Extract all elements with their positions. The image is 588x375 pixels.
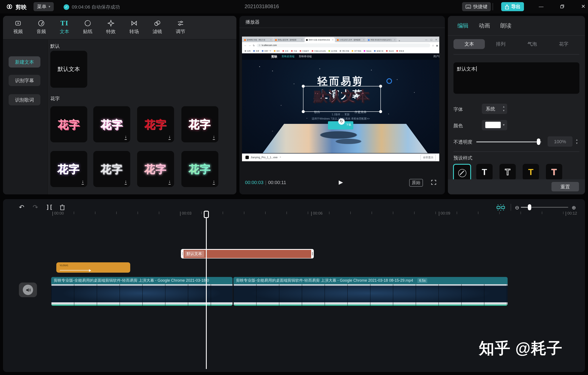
huazi-tile-5[interactable]: 花字 ↓ bbox=[50, 151, 87, 187]
resize-handle-br[interactable] bbox=[379, 110, 382, 113]
tab-filter[interactable]: 滤镜 bbox=[146, 16, 169, 39]
playhead-line[interactable] bbox=[206, 211, 207, 369]
sidebar-item-recognize-subtitles[interactable]: 识别字幕 bbox=[9, 75, 40, 86]
color-picker[interactable]: ▾ bbox=[482, 120, 507, 130]
split-button[interactable]: ][ bbox=[46, 204, 53, 211]
divider bbox=[453, 151, 579, 152]
audio-clip[interactable]: VLOG#1 bbox=[56, 262, 130, 273]
browser-tab: 求助-导出照片出现无法写入✕ bbox=[367, 37, 397, 42]
download-icon: ↓ bbox=[213, 179, 215, 184]
shortcut-label: 快捷键 bbox=[473, 3, 487, 10]
tab-video[interactable]: 视频 bbox=[6, 16, 30, 39]
tab-text[interactable]: TI 文本 bbox=[53, 16, 76, 39]
tab-edit[interactable]: 编辑 bbox=[457, 22, 469, 30]
timeline-zoom-thumb[interactable] bbox=[528, 204, 531, 210]
preset-outline[interactable]: T bbox=[499, 164, 516, 180]
menu-button[interactable]: 菜单 ▾ bbox=[33, 2, 54, 11]
delete-button[interactable] bbox=[59, 204, 65, 211]
subtab-text[interactable]: 文本 bbox=[453, 39, 485, 49]
subtab-arrange[interactable]: 排列 bbox=[485, 39, 517, 49]
minimize-button[interactable]: — bbox=[536, 2, 546, 11]
huazi-tile-4[interactable]: 花字 ↓ bbox=[181, 106, 218, 142]
resize-handle-tl[interactable] bbox=[302, 85, 305, 88]
snap-toggle[interactable] bbox=[496, 204, 505, 211]
current-time: 00:00:03 bbox=[245, 180, 263, 185]
close-button[interactable]: ✕ bbox=[578, 2, 588, 11]
zoom-in-button[interactable]: ⊕ bbox=[572, 205, 576, 211]
preset-pink[interactable]: T bbox=[546, 164, 562, 180]
restore-button[interactable] bbox=[557, 2, 567, 11]
duration-badge: 6.5s bbox=[417, 278, 427, 283]
opacity-slider-thumb[interactable] bbox=[537, 139, 540, 145]
text-content-value: 默认文本 bbox=[457, 66, 476, 71]
chevron-down-icon: ▾ bbox=[49, 5, 50, 9]
preset-white[interactable]: T bbox=[476, 164, 493, 180]
original-ratio-button[interactable]: 原始 bbox=[409, 179, 423, 187]
sidebar-item-label: 新建文本 bbox=[15, 59, 34, 65]
sidebar-item-new-text[interactable]: 新建文本 bbox=[9, 56, 40, 67]
text-clip[interactable]: 默认文本 bbox=[181, 249, 314, 258]
undo-button[interactable]: ↶ bbox=[19, 204, 24, 211]
color-swatch bbox=[485, 122, 501, 128]
fullscreen-button[interactable] bbox=[431, 180, 436, 185]
huazi-tile-7[interactable]: 花字 ↓ bbox=[137, 151, 174, 187]
video-clip-2[interactable]: 剪映专业版-全能易用的桌面端剪辑软件-轻而易剪 上演大幕 - Google Ch… bbox=[233, 277, 508, 306]
text-cursor bbox=[476, 66, 477, 71]
browser-tab-title: LR无法写入文件 - 搜狗搜索 bbox=[340, 39, 360, 41]
tab-audio[interactable]: 音频 bbox=[30, 16, 53, 39]
trash-icon bbox=[59, 204, 65, 211]
play-button[interactable]: ▶ bbox=[339, 179, 343, 185]
tab-animation[interactable]: 动画 bbox=[479, 22, 490, 30]
font-label: 字体 bbox=[453, 106, 463, 113]
trim-handle-left[interactable] bbox=[182, 252, 183, 256]
playhead-handle[interactable] bbox=[204, 211, 209, 218]
redo-button[interactable]: ↷ bbox=[33, 204, 38, 211]
mute-track-button[interactable] bbox=[19, 283, 37, 297]
font-select[interactable]: 系统 ▲▼ bbox=[482, 104, 507, 114]
tab-adjust[interactable]: 调节 bbox=[169, 16, 192, 39]
opacity-stepper[interactable]: ▲▼ bbox=[574, 136, 579, 147]
close-icon: ✕ bbox=[270, 39, 272, 41]
stepper-icon[interactable]: ▲▼ bbox=[503, 105, 505, 112]
transition-icon bbox=[131, 20, 137, 27]
resize-handle-tr[interactable] bbox=[379, 85, 382, 88]
bookmarks-bar: 应用 百度 百度一下 淘宝 京东 天猫 天猫超市 天猫618主会场 360导航 … bbox=[242, 48, 439, 54]
preset-yellow[interactable]: T bbox=[523, 164, 539, 180]
canvas-text-overlay[interactable]: 默认文本 bbox=[304, 89, 380, 103]
shortcut-button[interactable]: 快捷键 bbox=[462, 2, 491, 11]
resize-handle-bl[interactable] bbox=[302, 110, 305, 113]
download-icon: ↓ bbox=[168, 179, 171, 184]
text-selection-box[interactable]: 默认文本 bbox=[303, 86, 381, 112]
export-icon bbox=[505, 4, 509, 9]
zoom-out-button[interactable]: ⊖ bbox=[515, 205, 519, 211]
tab-transition[interactable]: 转场 bbox=[123, 16, 146, 39]
url-box: ⚿ lv.ulikecam.com bbox=[257, 43, 430, 47]
huazi-tile-2[interactable]: 花字 ↓ bbox=[93, 106, 130, 142]
huazi-tile-8[interactable]: 花字 ↓ bbox=[181, 151, 218, 187]
video-clip-1[interactable]: 剪映专业版-全能易用的桌面端剪辑软件-轻而易剪 上演大幕 - Google Ch… bbox=[51, 277, 232, 306]
trim-handle-right[interactable] bbox=[312, 252, 313, 256]
tab-effects[interactable]: 特效 bbox=[99, 16, 123, 39]
menu-label: 菜单 bbox=[37, 3, 46, 10]
restore-icon bbox=[560, 4, 564, 9]
tab-sticker[interactable]: 贴纸 bbox=[76, 16, 99, 39]
tab-label: 音频 bbox=[37, 28, 46, 35]
export-button[interactable]: 导出 bbox=[501, 2, 524, 11]
text-content-input[interactable]: 默认文本 bbox=[453, 62, 579, 94]
subtab-huazi[interactable]: 花字 bbox=[548, 39, 580, 49]
default-text-tile[interactable]: 默认文本 bbox=[50, 51, 87, 88]
player-header: 播放器 bbox=[239, 16, 445, 28]
huazi-tile-6[interactable]: 花字 ↓ bbox=[93, 151, 130, 187]
sidebar-item-recognize-lyrics[interactable]: 识别歌词 bbox=[9, 94, 40, 105]
subtab-bubble[interactable]: 气泡 bbox=[516, 39, 548, 49]
fade-arrow bbox=[89, 269, 91, 272]
close-icon: ✕ bbox=[332, 39, 334, 41]
reset-button[interactable]: 重置 bbox=[551, 182, 579, 191]
opacity-value-box[interactable]: 100% bbox=[548, 136, 573, 147]
opacity-slider[interactable] bbox=[476, 141, 541, 142]
huazi-tile-1[interactable]: 花字 bbox=[50, 106, 87, 142]
video-clip-title: 剪映专业版-全能易用的桌面端剪辑软件-轻而易剪 上演大幕 - Google Ch… bbox=[54, 278, 209, 283]
tab-reading[interactable]: 朗读 bbox=[500, 22, 512, 30]
tab-label: 视频 bbox=[13, 28, 23, 35]
huazi-tile-3[interactable]: 花字 ↓ bbox=[137, 106, 174, 142]
